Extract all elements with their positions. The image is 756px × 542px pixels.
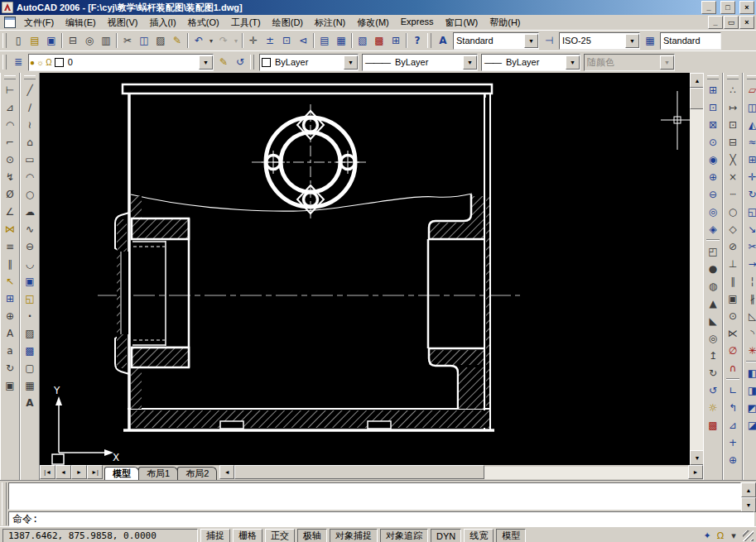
minimize-button[interactable]: _ [701,1,716,14]
snap-from[interactable]: ↦ [725,98,741,116]
pan-button[interactable]: ✛ [245,32,262,49]
table-button[interactable]: ▦ [22,377,38,394]
command-history[interactable]: 命令:命令: _pasteclip 指定插入点: [8,482,741,510]
dim-style-icon[interactable]: ⊣ [541,32,557,49]
menu-file[interactable]: 文件(F) [18,16,60,30]
layer-freeze-icon[interactable]: ☼ [36,58,44,67]
tray-dropdown-arrow[interactable]: ▾ [727,530,740,542]
ucs-origin-tool[interactable]: + [725,434,741,451]
ucs-previous-tool[interactable]: ↰ [725,399,741,416]
zoom-in-tool[interactable]: ⊕ [705,168,721,185]
close-button[interactable]: × [739,1,754,14]
tab-next-button[interactable]: ► [71,465,87,479]
paste-button[interactable]: ▨ [152,32,169,49]
zoom-window-button[interactable]: ⊡ [278,32,295,49]
zoom-center-tool[interactable]: ⊙ [705,133,721,151]
maximize-button[interactable]: □ [720,1,735,14]
erase-button[interactable]: ▱ [744,81,756,98]
text-style-icon[interactable]: A [435,32,451,49]
draworder-under-button[interactable]: ◪ [744,416,756,434]
solids-cylinder-tool[interactable]: ◍ [705,277,721,295]
tab-layout2[interactable]: 布局2 [177,467,217,480]
ucs-object-tool[interactable]: ⊿ [725,416,741,434]
move-button[interactable]: ✛ [744,168,756,185]
match-properties-button[interactable]: ✎ [169,32,185,49]
snap-parallel[interactable]: ∥ [725,272,741,290]
osnap-settings[interactable]: ∩ [725,359,741,377]
lineweight-combo[interactable]: —— ByLayer ▼ [481,54,580,71]
menu-tools[interactable]: 工具(T) [225,16,267,30]
polyline-button[interactable]: ≀ [22,116,38,133]
snap-perpendicular[interactable]: ⊥ [725,255,741,272]
extend-button[interactable]: → [744,255,756,272]
make-block-button[interactable]: ◱ [22,290,38,307]
toolbar-grip[interactable] [4,75,16,79]
array-button[interactable]: ⊞ [744,151,756,168]
dim-style-button[interactable]: ▣ [2,377,18,394]
region-button[interactable]: ▢ [22,359,38,377]
coordinate-readout[interactable]: 1387.6462, 875.9858, 0.0000 [2,529,198,542]
hatch-button[interactable]: ▨ [22,324,38,342]
toggle-polar[interactable]: 极轴 [297,529,327,542]
save-button[interactable]: ▣ [43,32,60,49]
markup-set-manager-button[interactable]: ▩ [371,32,388,49]
command-input[interactable]: 命令: [8,511,754,526]
tab-model[interactable]: 模型 [104,467,139,480]
tab-layout1[interactable]: 布局1 [138,467,178,480]
quickcalc-button[interactable]: ⊞ [388,32,404,49]
zoom-extents-tool[interactable]: ◈ [705,220,721,237]
redo-dropdown[interactable]: ▾ [232,32,240,49]
orbit-3d-tool[interactable]: ↺ [705,381,721,399]
snap-node[interactable]: ⊙ [725,307,741,324]
make-object-layer-current-button[interactable]: ✎ [215,54,232,70]
solids-cone-tool[interactable]: ▲ [705,295,721,312]
point-button[interactable]: · [22,307,38,324]
dim-aligned-button[interactable]: ⊿ [2,98,18,116]
dim-linear-button[interactable]: ⊢ [2,81,18,98]
mdi-close-button[interactable]: × [739,16,754,29]
toggle-osnap[interactable]: 对象捕捉 [330,529,378,542]
properties-button[interactable]: ▤ [316,32,333,49]
zoom-out-tool[interactable]: ⊖ [705,185,721,203]
snap-temporary-track[interactable]: ∴ [725,81,741,98]
toolbar-grip[interactable] [2,33,7,48]
tab-prev-button[interactable]: ◄ [55,465,71,479]
snap-quadrant[interactable]: ◇ [725,220,741,237]
combo-arrow-icon[interactable]: ▼ [625,34,639,48]
combo-arrow-icon[interactable]: ▼ [463,55,477,70]
horizontal-scrollbar[interactable]: ◄ ► [219,465,703,480]
copy-button[interactable]: ◫ [136,32,152,49]
stretch-button[interactable]: ↘ [744,220,756,237]
polygon-button[interactable]: ⌂ [22,133,38,151]
drawing-canvas[interactable]: Y X [40,73,690,465]
break-at-point-button[interactable]: ¦ [744,272,756,290]
center-mark-button[interactable]: ⊕ [2,307,18,324]
menu-modify[interactable]: 修改(M) [351,16,395,30]
construction-line-button[interactable]: ∕ [22,98,38,116]
layer-previous-button[interactable]: ↺ [232,54,248,70]
menu-draw[interactable]: 绘图(D) [267,16,309,30]
dim-jogged-button[interactable]: ↯ [2,168,18,185]
snap-tangent[interactable]: ⊘ [725,237,741,255]
revcloud-button[interactable]: ☁ [22,203,38,220]
layer-lock-icon[interactable]: Ω [46,58,51,67]
draworder-above-button[interactable]: ◩ [744,399,756,416]
menu-express[interactable]: Express [395,16,440,30]
toggle-lineweight[interactable]: 线宽 [464,529,494,542]
text-style-combo[interactable]: Standard ▼ [453,32,539,50]
vertical-scrollbar[interactable]: ▲ ▼ [690,73,703,465]
table-style-icon[interactable]: ▦ [642,32,658,49]
dim-style-combo[interactable]: ISO-25 ▼ [559,32,640,50]
draworder-back-button[interactable]: ◨ [744,381,756,399]
menu-edit[interactable]: 编辑(E) [60,16,102,30]
layer-combo[interactable]: ● ☼ Ω 0 ▼ [28,54,214,71]
designcenter-button[interactable]: ▦ [333,32,349,49]
toolbar-grip[interactable] [24,75,36,79]
zoom-previous-button[interactable]: ⊲ [295,32,311,49]
solids-wedge-tool[interactable]: ◣ [705,312,721,329]
toggle-dyn[interactable]: DYN [431,529,461,542]
menu-insert[interactable]: 插入(I) [143,16,181,30]
tolerance-button[interactable]: ⊞ [2,290,18,307]
zoom-dynamic-tool[interactable]: ⊡ [705,98,721,116]
menu-format[interactable]: 格式(O) [182,16,225,30]
